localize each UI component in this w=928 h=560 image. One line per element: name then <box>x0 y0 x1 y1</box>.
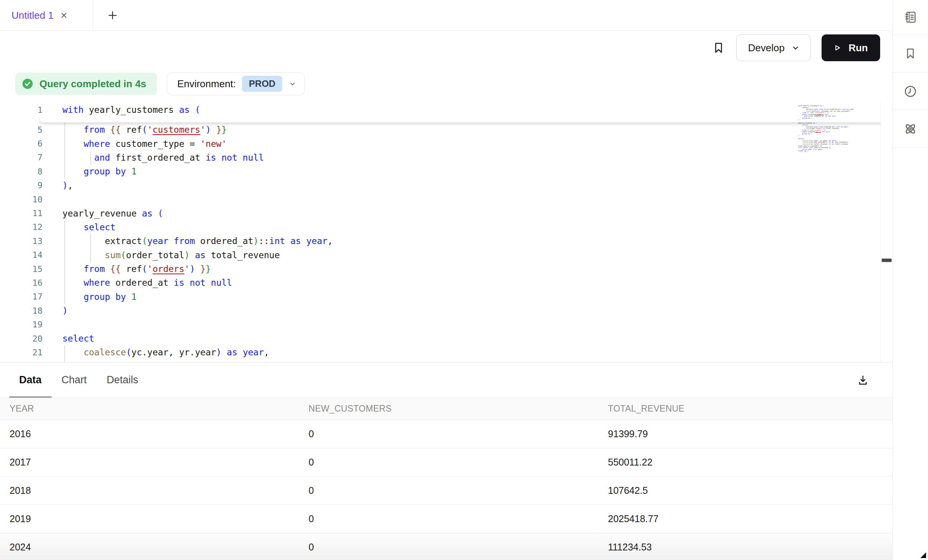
code-line: 8 group by 1 <box>0 164 881 178</box>
query-status-badge: Query completed in 4s <box>15 73 157 95</box>
results-panel: DataChartDetails YEARNEW_CUSTOMERSTOTAL_… <box>0 363 892 560</box>
develop-button-label: Develop <box>748 42 784 54</box>
code-line: 9), <box>0 179 881 192</box>
sidebar-spacer <box>893 148 928 560</box>
environment-selector[interactable]: Environment: PROD <box>167 72 305 95</box>
minimap[interactable]: with yearly_customers as ( select extrac… <box>798 105 849 152</box>
table-cell: 0 <box>299 477 598 505</box>
table-header-row: YEARNEW_CUSTOMERSTOTAL_REVENUE <box>0 398 892 420</box>
check-circle-icon <box>21 78 34 90</box>
table-cell: 2025418.77 <box>598 505 892 533</box>
code-line: 7 and first_ordered_at is not null <box>0 151 881 164</box>
table-cell: 2017 <box>0 448 299 477</box>
sticky-scroll-shadow <box>40 116 890 122</box>
play-icon <box>832 43 842 53</box>
code-line: 6 where customer_type = 'new' <box>0 137 881 150</box>
history-icon <box>903 84 918 99</box>
code-line: 11yearly_revenue as ( <box>0 206 881 220</box>
code-line: 19 <box>0 317 881 331</box>
table-cell: 111234.53 <box>598 533 892 560</box>
results-table: YEARNEW_CUSTOMERSTOTAL_REVENUE 201609139… <box>0 398 892 560</box>
sidebar-item-bookmarks[interactable] <box>893 35 928 73</box>
code-line: 14 sum(order_total) as total_revenue <box>0 248 881 262</box>
table-row: 2016091399.79 <box>0 420 892 448</box>
status-bar: Query completed in 4s Environment: PROD <box>0 65 892 103</box>
run-button[interactable]: Run <box>822 34 880 61</box>
table-cell: 0 <box>299 448 598 477</box>
table-cell: 2018 <box>0 477 299 505</box>
new-tab-button[interactable] <box>107 0 118 31</box>
tab-untitled-1[interactable]: Untitled 1 <box>0 0 93 31</box>
table-cell: 0 <box>299 420 598 448</box>
query-status-text: Query completed in 4s <box>39 78 146 90</box>
bookmark-icon <box>903 47 917 60</box>
sidebar-item-history[interactable] <box>893 73 928 110</box>
table-cell: 2016 <box>0 420 299 448</box>
app-window: Untitled 1 Develop Run <box>0 0 928 560</box>
results-tabs: DataChartDetails <box>0 363 892 398</box>
code-line: 16 where ordered_at is not null <box>0 276 881 290</box>
code-lines: 5 from {{ ref('customers') }}6 where cus… <box>0 123 881 363</box>
sql-editor[interactable]: 1with yearly_customers as ( 5 from {{ re… <box>0 103 892 363</box>
table-cell: 2024 <box>0 533 299 560</box>
bookmark-icon[interactable] <box>712 41 725 55</box>
right-sidebar <box>893 0 928 560</box>
environment-label: Environment: <box>177 78 236 90</box>
table-cell: 0 <box>299 505 598 533</box>
editor-scrollbar-thumb[interactable] <box>882 259 892 262</box>
code-line: 15 from {{ ref('orders') }} <box>0 262 881 276</box>
notebook-icon <box>903 10 918 24</box>
code-line: 21 coalesce(yc.year, yr.year) as year, <box>0 345 881 359</box>
table-cell: 0 <box>299 533 598 560</box>
tab-bar: Untitled 1 <box>0 0 892 31</box>
tab-chart[interactable]: Chart <box>52 363 97 397</box>
code-line: 1with yearly_customers as ( <box>0 103 881 117</box>
tab-details[interactable]: Details <box>97 363 149 397</box>
code-line: 22 coalesce(yc.new_customers, 0) as new_… <box>0 360 881 363</box>
code-line: 12 select <box>0 220 881 234</box>
table-row: 20240111234.53 <box>0 533 892 560</box>
sticky-scroll-line: 1with yearly_customers as ( <box>0 103 881 117</box>
table-cell: 91399.79 <box>598 420 892 448</box>
code-line: 18) <box>0 304 881 317</box>
main-pane: Untitled 1 Develop Run <box>0 0 893 560</box>
table-row: 20170550011.22 <box>0 448 892 477</box>
column-header: NEW_CUSTOMERS <box>299 398 598 420</box>
table-cell: 550011.22 <box>598 448 892 477</box>
chevron-down-icon <box>791 43 801 53</box>
code-line: 10 <box>0 192 881 206</box>
table-row: 20180107642.5 <box>0 477 892 505</box>
sidebar-item-dbt[interactable] <box>893 110 928 148</box>
column-header: TOTAL_REVENUE <box>598 398 892 420</box>
code-line: 20select <box>0 332 881 345</box>
code-line: 17 group by 1 <box>0 290 881 304</box>
close-icon[interactable] <box>60 11 68 20</box>
develop-button[interactable]: Develop <box>736 34 811 61</box>
tab-data[interactable]: Data <box>9 363 52 397</box>
table-row: 201902025418.77 <box>0 505 892 533</box>
environment-value-badge: PROD <box>242 76 282 92</box>
dbt-icon <box>903 121 918 137</box>
table-cell: 107642.5 <box>598 477 892 505</box>
chevron-down-icon <box>288 80 297 88</box>
editor-scrollbar-track[interactable] <box>881 103 892 362</box>
column-header: YEAR <box>0 398 299 420</box>
download-icon[interactable] <box>856 374 869 387</box>
sidebar-item-notebook[interactable] <box>893 0 928 35</box>
code-line: 13 extract(year from ordered_at)::int as… <box>0 234 881 248</box>
resize-corner-handle[interactable] <box>920 552 926 558</box>
code-line: 5 from {{ ref('customers') }} <box>0 123 881 137</box>
run-button-label: Run <box>848 42 868 54</box>
toolbar: Develop Run <box>0 31 892 65</box>
table-cell: 2019 <box>0 505 299 533</box>
tab-label: Untitled 1 <box>11 10 54 21</box>
